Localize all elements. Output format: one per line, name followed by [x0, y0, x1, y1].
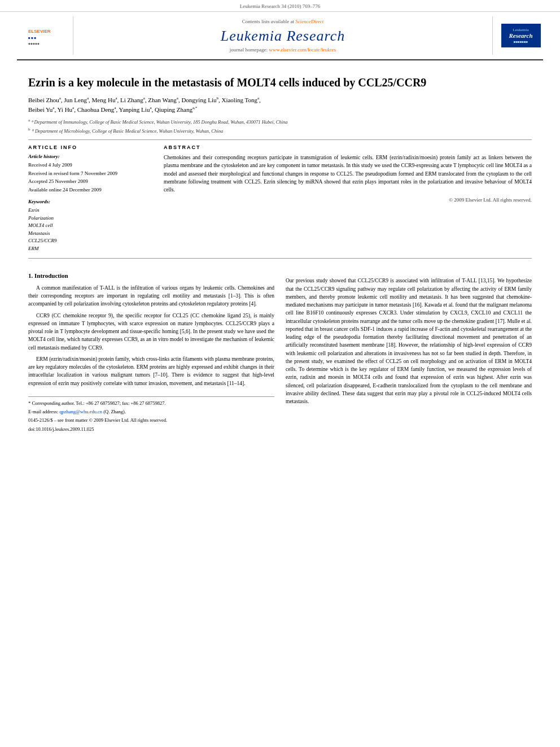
- logo-research: Research: [506, 32, 536, 39]
- accepted-date: Accepted 25 November 2009: [28, 178, 152, 185]
- article-info-col: ARTICLE INFO Article history: Received 4…: [28, 145, 152, 252]
- footnotes: * Corresponding author. Tel.: +86 27 687…: [28, 396, 274, 433]
- info-abstract-columns: ARTICLE INFO Article history: Received 4…: [28, 145, 532, 252]
- body-right-col: Our previous study showed that CCL25/CCR…: [286, 264, 532, 433]
- svg-text:■ ■ ■: ■ ■ ■: [28, 36, 37, 40]
- divider-1: [28, 139, 532, 140]
- homepage-line: journal homepage: www.elsevier.com/locat…: [85, 47, 481, 53]
- svg-text:ELSEVIER: ELSEVIER: [28, 29, 51, 34]
- intro-para-3: ERM (ezrin/radixin/moesin) protein famil…: [28, 355, 274, 387]
- abstract-col: ABSTRACT Chemokines and their correspond…: [164, 145, 532, 252]
- sciencedirect-link[interactable]: ScienceDirect: [295, 19, 323, 24]
- abstract-text: Chemokines and their corresponding recep…: [164, 154, 532, 194]
- keyword-erm: ERM: [28, 245, 152, 253]
- article-title: Ezrin is a key molecule in the metastasi…: [28, 75, 532, 90]
- keyword-metastasis: Metastasis: [28, 230, 152, 238]
- affil-b: b ᵇ Department of Microbiology, College …: [28, 126, 532, 136]
- intro-para-1: A common manifestation of T-ALL is the i…: [28, 284, 274, 308]
- journal-logo-box: Leukemia Research ■■■■■■■: [501, 24, 541, 47]
- keywords-box: Keywords: Ezrin Polarization MOLT4 cell …: [28, 199, 152, 252]
- article-content: Ezrin is a key molecule in the metastasi…: [0, 60, 560, 444]
- journal-header: ELSEVIER ■ ■ ■ ◆◆◆◆◆ Contents lists avai…: [17, 12, 543, 60]
- footnote-issn: 0145-2126/$ – see front matter © 2009 El…: [28, 417, 274, 424]
- affil-a: a ᵃ Department of Immunology, College of…: [28, 117, 532, 126]
- elsevier-logo-icon: ELSEVIER ■ ■ ■ ◆◆◆◆◆: [25, 24, 59, 47]
- journal-volume-info: Leukemia Research 34 (2010) 769–776: [0, 0, 560, 12]
- body-columns: 1. Introduction A common manifestation o…: [28, 264, 532, 433]
- divider-2: [28, 258, 532, 259]
- journal-logo-box-area: Leukemia Research ■■■■■■■: [492, 16, 543, 55]
- footnote-star: * Corresponding author. Tel.: +86 27 687…: [28, 400, 274, 407]
- article-info-label: ARTICLE INFO: [28, 145, 152, 150]
- revised-date: Received in revised form 7 November 2009: [28, 170, 152, 177]
- body-left-col: 1. Introduction A common manifestation o…: [28, 264, 274, 433]
- sciencedirect-line: Contents lists available at ScienceDirec…: [85, 19, 481, 24]
- volume-label: Leukemia Research 34 (2010) 769–776: [240, 3, 320, 9]
- keywords-label: Keywords:: [28, 199, 152, 204]
- footnote-email: E-mail address: qpzhang@whu.edu.cn (Q. Z…: [28, 409, 274, 416]
- elsevier-logo-area: ELSEVIER ■ ■ ■ ◆◆◆◆◆: [17, 16, 73, 55]
- logo-leukemia: Leukemia: [506, 28, 536, 32]
- affiliations: a ᵃ Department of Immunology, College of…: [28, 117, 532, 135]
- article-history-label: Article history:: [28, 154, 152, 159]
- online-date: Available online 24 December 2009: [28, 186, 152, 194]
- authors-line: Beibei Zhoua, Jun Lenga, Meng Hua, Li Zh…: [28, 95, 532, 114]
- intro-para-2: CCR9 (CC chemokine receptor 9), the spec…: [28, 312, 274, 352]
- keyword-ccl25: CCL25/CCR9: [28, 237, 152, 245]
- keyword-ezrin: Ezrin: [28, 207, 152, 215]
- journal-title-area: Contents lists available at ScienceDirec…: [73, 16, 492, 55]
- section1-heading: 1. Introduction: [28, 271, 274, 281]
- copyright-notice: © 2009 Elsevier Ltd. All rights reserved…: [164, 197, 532, 203]
- svg-text:◆◆◆◆◆: ◆◆◆◆◆: [28, 42, 40, 45]
- page: Leukemia Research 34 (2010) 769–776 ELSE…: [0, 0, 560, 747]
- journal-title: Leukemia Research: [85, 28, 481, 45]
- keyword-molt4: MOLT4 cell: [28, 222, 152, 230]
- homepage-prefix: journal homepage:: [230, 47, 268, 53]
- intro-para-4-right: Our previous study showed that CCL25/CCR…: [286, 277, 532, 405]
- keyword-polarization: Polarization: [28, 215, 152, 222]
- abstract-label: ABSTRACT: [164, 145, 532, 150]
- received-date: Received 4 July 2009: [28, 161, 152, 169]
- footnote-doi: doi:10.1016/j.leukres.2009.11.025: [28, 426, 274, 433]
- contents-text: Contents lists available at: [242, 19, 294, 24]
- homepage-url[interactable]: www.elsevier.com/locate/leukres: [269, 47, 336, 53]
